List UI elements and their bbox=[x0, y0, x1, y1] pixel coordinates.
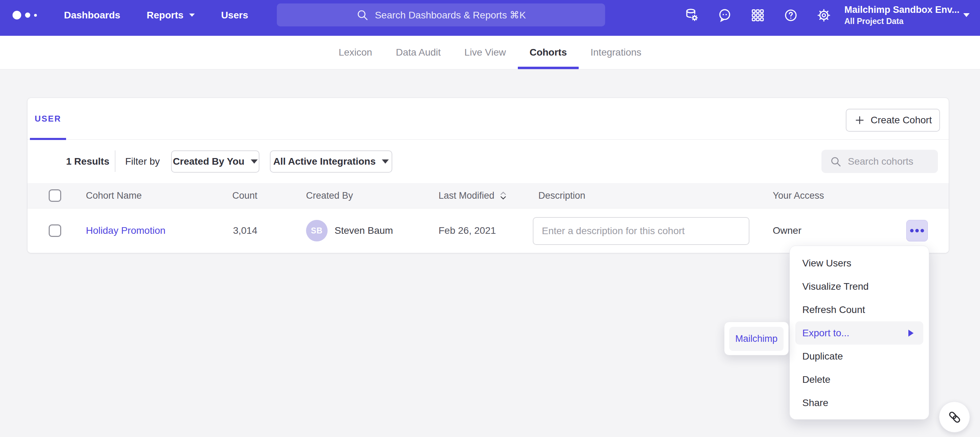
integrations-filter-value: All Active Integrations bbox=[274, 156, 376, 167]
results-count: 1 Results bbox=[66, 139, 110, 183]
logo-dot-large bbox=[13, 11, 21, 19]
tab-label: Live View bbox=[464, 47, 506, 58]
primary-nav-links: Dashboards Reports Users bbox=[51, 10, 261, 21]
create-cohort-button[interactable]: Create Cohort bbox=[846, 109, 940, 131]
avatar: SB bbox=[306, 220, 328, 241]
menu-item-label: Duplicate bbox=[802, 351, 843, 362]
chevron-down-icon bbox=[963, 13, 970, 17]
mixpanel-logo[interactable] bbox=[13, 11, 51, 19]
tab-label: Cohorts bbox=[530, 47, 567, 58]
search-icon bbox=[830, 156, 842, 168]
column-header-count[interactable]: Count bbox=[232, 190, 257, 201]
tab-label: Data Audit bbox=[396, 47, 441, 58]
row-actions-context-menu: View Users Visualize Trend Refresh Count… bbox=[789, 245, 929, 420]
tab-live-view[interactable]: Live View bbox=[452, 36, 517, 69]
project-name: Mailchimp Sandbox Env... bbox=[844, 5, 956, 15]
tab-lexicon[interactable]: Lexicon bbox=[327, 36, 384, 69]
data-management-icon[interactable] bbox=[684, 8, 699, 22]
last-modified-date: Feb 26, 2021 bbox=[439, 225, 496, 236]
column-header-your-access: Your Access bbox=[773, 190, 824, 201]
chevron-down-icon bbox=[251, 160, 258, 164]
table-header-row: Cohort Name Count Created By Last Modifi… bbox=[27, 183, 949, 208]
search-icon bbox=[356, 9, 369, 21]
apps-grid-icon[interactable] bbox=[751, 8, 765, 22]
sort-icon[interactable] bbox=[500, 191, 507, 200]
menu-item-delete[interactable]: Delete bbox=[790, 368, 929, 391]
copy-link-fab[interactable] bbox=[939, 402, 970, 432]
integrations-filter-dropdown[interactable]: All Active Integrations bbox=[270, 150, 392, 173]
data-management-subnav: Lexicon Data Audit Live View Cohorts Int… bbox=[0, 36, 980, 70]
search-cohorts-input[interactable]: Search cohorts bbox=[821, 150, 938, 173]
settings-gear-icon[interactable] bbox=[816, 8, 831, 22]
cohort-name-link[interactable]: Holiday Promotion bbox=[86, 225, 165, 236]
menu-item-visualize-trend[interactable]: Visualize Trend bbox=[790, 275, 929, 298]
export-to-submenu: Mailchimp bbox=[724, 322, 789, 355]
menu-item-view-users[interactable]: View Users bbox=[790, 252, 929, 275]
global-search-placeholder: Search Dashboards & Reports ⌘K bbox=[375, 10, 526, 21]
chevron-down-icon bbox=[189, 14, 195, 17]
submenu-arrow-icon bbox=[908, 330, 913, 337]
created-by-name: Steven Baum bbox=[334, 225, 393, 236]
filter-by-label: Filter by bbox=[125, 139, 160, 183]
logo-dot-medium bbox=[25, 13, 30, 18]
column-header-last-modified[interactable]: Last Modified bbox=[439, 190, 495, 201]
feedback-icon[interactable] bbox=[718, 8, 732, 22]
tab-integrations[interactable]: Integrations bbox=[579, 36, 653, 69]
cohort-type-tabbar: USER Create Cohort bbox=[27, 98, 949, 139]
project-scope: All Project Data bbox=[844, 17, 956, 26]
select-all-checkbox[interactable] bbox=[49, 189, 61, 202]
top-navigation-bar: Dashboards Reports Users Search Dashboar… bbox=[0, 0, 980, 36]
submenu-item-mailchimp[interactable]: Mailchimp bbox=[729, 327, 784, 351]
tab-data-audit[interactable]: Data Audit bbox=[384, 36, 452, 69]
plus-icon bbox=[854, 115, 865, 126]
project-selector[interactable]: Mailchimp Sandbox Env... All Project Dat… bbox=[844, 5, 970, 26]
row-checkbox[interactable] bbox=[49, 225, 61, 237]
description-input[interactable] bbox=[533, 217, 749, 245]
column-header-created-by[interactable]: Created By bbox=[306, 190, 353, 201]
submenu-item-label: Mailchimp bbox=[735, 334, 778, 344]
menu-item-export-to[interactable]: Export to... bbox=[795, 321, 923, 345]
active-tab-underline bbox=[518, 67, 579, 69]
created-by-filter-dropdown[interactable]: Created By You bbox=[171, 150, 259, 173]
tab-cohorts[interactable]: Cohorts bbox=[518, 36, 579, 69]
search-cohorts-placeholder: Search cohorts bbox=[848, 156, 913, 167]
column-header-cohort-name[interactable]: Cohort Name bbox=[86, 190, 142, 201]
created-by-filter-value: Created By You bbox=[173, 156, 245, 167]
menu-item-label: Share bbox=[802, 397, 828, 408]
global-search-bar[interactable]: Search Dashboards & Reports ⌘K bbox=[277, 3, 605, 26]
menu-item-label: View Users bbox=[802, 258, 851, 269]
access-level: Owner bbox=[773, 225, 801, 236]
logo-dot-small bbox=[34, 14, 37, 17]
create-cohort-label: Create Cohort bbox=[871, 115, 932, 126]
link-icon bbox=[947, 410, 962, 425]
menu-item-label: Delete bbox=[802, 374, 830, 385]
chevron-down-icon bbox=[382, 160, 389, 164]
nav-item-users[interactable]: Users bbox=[208, 10, 261, 21]
menu-item-duplicate[interactable]: Duplicate bbox=[790, 345, 929, 368]
menu-item-label: Visualize Trend bbox=[802, 281, 869, 292]
filter-toolbar: 1 Results Filter by Created By You All A… bbox=[27, 139, 949, 183]
row-actions-button[interactable] bbox=[906, 220, 928, 241]
nav-item-reports[interactable]: Reports bbox=[134, 10, 208, 21]
nav-item-dashboards[interactable]: Dashboards bbox=[51, 10, 134, 21]
help-icon[interactable] bbox=[784, 8, 798, 22]
dot-icon bbox=[915, 229, 919, 233]
avatar-initials: SB bbox=[311, 226, 323, 236]
tab-label: Lexicon bbox=[339, 47, 372, 58]
cohorts-panel: USER Create Cohort 1 Results Filter by C… bbox=[27, 98, 949, 253]
dot-icon bbox=[921, 229, 924, 233]
top-nav-icon-group bbox=[684, 8, 831, 22]
dot-icon bbox=[910, 229, 913, 233]
divider bbox=[115, 150, 115, 172]
column-header-description: Description bbox=[538, 190, 585, 201]
project-selector-text: Mailchimp Sandbox Env... All Project Dat… bbox=[844, 5, 956, 26]
nav-item-label: Dashboards bbox=[64, 10, 120, 21]
menu-item-label: Refresh Count bbox=[802, 304, 865, 315]
cohort-count: 3,014 bbox=[233, 225, 257, 236]
menu-item-label: Export to... bbox=[802, 328, 849, 339]
user-tab-label: USER bbox=[35, 114, 62, 124]
tab-label: Integrations bbox=[590, 47, 641, 58]
menu-item-refresh-count[interactable]: Refresh Count bbox=[790, 298, 929, 321]
tab-user-cohorts[interactable]: USER bbox=[30, 98, 66, 139]
menu-item-share[interactable]: Share bbox=[790, 391, 929, 415]
